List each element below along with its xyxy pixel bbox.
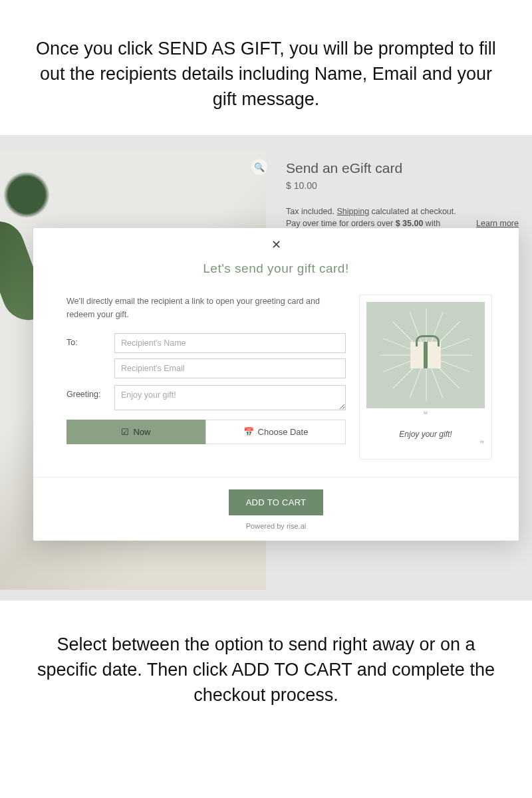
gift-box-icon	[410, 342, 441, 368]
tax-suffix: calculated at checkout.	[369, 207, 456, 216]
preview-caption: Enjoy your gift!	[366, 430, 485, 439]
tax-prefix: Tax included.	[286, 207, 336, 216]
schedule-button-row: ☑ Now 📅 Choose Date	[66, 420, 346, 444]
choose-date-label: Choose Date	[258, 427, 309, 437]
gift-card-modal: ✕ Let's send your gift card! We'll direc…	[33, 228, 519, 541]
send-now-button[interactable]: ☑ Now	[66, 420, 205, 444]
tax-shipping-note: Tax included. Shipping calculated at che…	[286, 207, 519, 216]
preview-caption-row: ❝ Enjoy your gift! ❞	[366, 408, 485, 439]
product-price: $ 10.00	[286, 180, 519, 191]
product-title: Send an eGift card	[286, 160, 519, 176]
learn-more-link[interactable]: Learn more	[476, 219, 519, 228]
pay-threshold: $ 35.00	[396, 219, 424, 228]
to-label: To:	[66, 333, 106, 347]
modal-title: Let's send your gift card!	[33, 261, 519, 276]
gift-preview-image	[366, 302, 485, 408]
modal-divider	[33, 477, 519, 477]
pay-prefix: Pay over time for orders over	[286, 219, 396, 228]
powered-brand[interactable]: rise.ai	[287, 522, 306, 530]
modal-intro-text: We'll directly email the recipient a lin…	[66, 295, 346, 321]
screenshot-area: 🔍 Send an eGift card $ 10.00 Tax include…	[0, 135, 532, 600]
now-label: Now	[133, 427, 150, 437]
add-to-cart-button[interactable]: ADD TO CART	[229, 489, 324, 515]
instruction-top: Once you click SEND AS GIFT, you will be…	[0, 0, 532, 135]
calendar-icon: 📅	[243, 427, 254, 437]
recipient-name-input[interactable]	[114, 333, 346, 353]
pay-over-time-note: Pay over time for orders over $ 35.00 wi…	[286, 219, 519, 228]
pay-mid: with	[423, 219, 440, 228]
modal-body: We'll directly email the recipient a lin…	[33, 295, 519, 477]
to-row: To:	[66, 333, 346, 378]
recipient-email-input[interactable]	[114, 358, 346, 378]
shipping-link[interactable]: Shipping	[336, 207, 369, 216]
quote-open-icon: ❝	[423, 409, 428, 420]
choose-date-button[interactable]: 📅 Choose Date	[205, 420, 346, 444]
gift-preview-card: ❝ Enjoy your gift! ❞	[359, 295, 492, 460]
greeting-label: Greeting:	[66, 385, 106, 399]
form-column: We'll directly email the recipient a lin…	[66, 295, 346, 460]
powered-prefix: Powered by	[246, 522, 287, 530]
close-icon[interactable]: ✕	[271, 237, 281, 252]
quote-close-icon: ❞	[479, 439, 485, 450]
instruction-bottom: Select between the option to send right …	[0, 600, 532, 708]
powered-by: Powered by rise.ai	[33, 522, 519, 534]
greeting-row: Greeting:	[66, 385, 346, 410]
calendar-check-icon: ☑	[121, 427, 129, 437]
greeting-textarea[interactable]	[114, 385, 346, 410]
